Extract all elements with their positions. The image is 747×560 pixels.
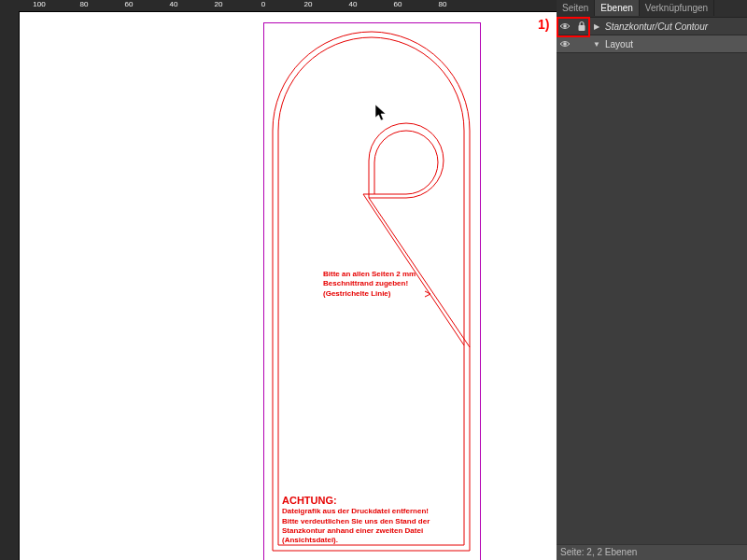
ruler-vertical[interactable] [0,11,20,560]
ruler-h-label: 100 [33,0,45,8]
warning-line: (Ansichtsdatei). [282,536,430,545]
ruler-h-label: 40 [170,0,178,8]
ruler-h-label: 80 [439,0,447,8]
svg-point-0 [563,24,567,28]
ruler-horizontal[interactable]: 120 100 80 60 40 20 0 20 40 60 80 [19,0,557,12]
eye-icon[interactable] [558,37,571,50]
layer-row-layout[interactable]: ▼ Layout [557,35,747,53]
svg-rect-1 [579,25,585,31]
canvas-area: 120 100 80 60 40 20 0 20 40 60 80 [0,0,557,560]
ruler-h-label: 60 [125,0,134,8]
bleed-line: Bitte an allen Seiten 2 mm [323,270,416,279]
bleed-line: Beschnittrand zugeben! [323,279,416,288]
lock-icon[interactable] [575,20,588,33]
bleed-line: (Gestrichelte Linie) [323,289,416,299]
ruler-h-label: 40 [349,0,358,8]
tab-seiten[interactable]: Seiten [557,0,595,16]
ruler-h-label: 0 [261,0,265,8]
layers-panel: Seiten Ebenen Verknüpfungen ▶ Stanzkontu… [557,0,747,560]
layer-row-stanzkontur[interactable]: ▶ Stanzkontur/Cut Contour [557,18,747,35]
warning-line: Bitte verdeutlichen Sie uns den Stand de… [282,517,430,526]
ruler-h-label: 20 [304,0,313,8]
ruler-h-label: 60 [394,0,402,8]
layer-name: Stanzkontur/Cut Contour [605,21,747,32]
panel-tabs: Seiten Ebenen Verknüpfungen [557,0,747,18]
layer-name: Layout [605,39,747,49]
tab-ebenen[interactable]: Ebenen [595,0,639,16]
callout-label-1: 1) [538,17,549,32]
lock-slot[interactable] [575,37,588,50]
disclosure-triangle-icon[interactable]: ▶ [592,21,601,31]
warning-line: Dateigrafik aus der Druckdatei entfernen… [282,507,430,516]
eye-icon[interactable] [558,20,571,33]
bleed-note: Bitte an allen Seiten 2 mm Beschnittrand… [323,270,416,299]
tab-verknuepfungen[interactable]: Verknüpfungen [640,0,714,16]
ruler-h-label: 80 [80,0,89,8]
warning-note: ACHTUNG: Dateigrafik aus der Druckdatei … [282,494,430,546]
warning-line: Stanzkontur anhand einer zweiten Datei [282,526,430,536]
svg-point-2 [563,42,567,46]
ruler-h-label: 20 [215,0,223,8]
disclosure-triangle-icon[interactable]: ▼ [592,39,601,49]
stage[interactable]: Bitte an allen Seiten 2 mm Beschnittrand… [19,11,557,560]
warning-heading: ACHTUNG: [282,494,430,507]
panel-status: Seite: 2, 2 Ebenen [557,544,747,560]
cursor-pointer-icon [374,104,388,122]
